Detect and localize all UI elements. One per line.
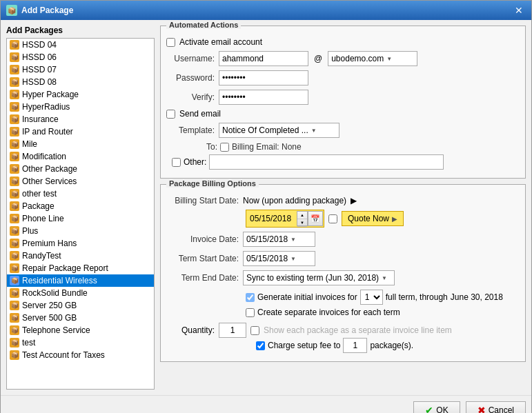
other-checkbox[interactable] — [172, 158, 181, 167]
list-item[interactable]: 📦Premium Hans — [7, 237, 154, 250]
quote-now-button[interactable]: Quote Now ▶ — [342, 211, 404, 226]
spin-up-icon[interactable]: ▲ — [297, 212, 307, 219]
list-item-label: Insurance — [22, 114, 59, 124]
list-item[interactable]: 📦IP and Router — [7, 125, 154, 138]
list-item-icon: 📦 — [10, 164, 19, 174]
quote-now-checkbox[interactable] — [328, 214, 337, 223]
term-start-dropdown[interactable]: 05/15/2018 ▼ — [243, 251, 315, 266]
template-dropdown-arrow: ▼ — [311, 128, 317, 134]
invoice-date-row: Invoice Date: 05/15/2018 ▼ — [166, 232, 520, 247]
packages-list-container: 📦HSSD 04📦HSSD 06📦HSSD 07📦HSSD 08📦Hyper P… — [6, 38, 155, 390]
charge-value-input[interactable] — [343, 338, 367, 353]
list-item[interactable]: 📦test — [7, 336, 154, 349]
ok-button[interactable]: ✔ OK — [413, 401, 460, 413]
at-symbol: @ — [314, 54, 322, 63]
verify-input[interactable] — [219, 90, 308, 105]
list-item[interactable]: 📦RockSolid Bundle — [7, 287, 154, 299]
list-item-icon: 📦 — [10, 239, 19, 248]
charge-suffix: package(s). — [370, 341, 413, 350]
list-item-label: Other Services — [22, 177, 77, 186]
billing-date-input[interactable] — [247, 211, 297, 226]
list-item[interactable]: 📦HyperRadius — [7, 101, 154, 113]
list-item-icon: 📦 — [10, 301, 19, 310]
billing-start-row: Billing Start Date: Now (upon adding pac… — [166, 196, 520, 205]
generate-full: full term, through — [386, 292, 448, 302]
packages-list-scroll[interactable]: 📦HSSD 04📦HSSD 06📦HSSD 07📦HSSD 08📦Hyper P… — [7, 39, 154, 389]
list-item-label: Telephone Service — [22, 325, 90, 335]
list-item-icon: 📦 — [10, 52, 19, 62]
term-end-row: Term End Date: Sync to existing term (Ju… — [166, 270, 520, 285]
list-item[interactable]: 📦Test Account for Taxes — [7, 349, 154, 361]
list-item-icon: 📦 — [10, 90, 19, 99]
list-item[interactable]: 📦Repair Package Report — [7, 262, 154, 274]
quote-arrow-icon: ▶ — [392, 215, 397, 223]
list-item[interactable]: 📦Server 500 GB — [7, 312, 154, 324]
list-item[interactable]: 📦Insurance — [7, 113, 154, 125]
list-item[interactable]: 📦Other Package — [7, 163, 154, 175]
automated-actions-section: Automated Actions Activate email account… — [160, 26, 526, 179]
list-item-icon: 📦 — [10, 226, 19, 236]
template-dropdown[interactable]: Notice Of Completed ... ▼ — [219, 123, 339, 138]
invoice-date-dropdown[interactable]: 05/15/2018 ▼ — [243, 232, 315, 247]
username-input[interactable] — [219, 51, 308, 66]
list-item[interactable]: 📦Phone Line — [7, 212, 154, 225]
list-item[interactable]: 📦RandyTest — [7, 250, 154, 262]
activate-email-checkbox[interactable] — [166, 38, 175, 47]
list-item[interactable]: 📦Package — [7, 200, 154, 212]
list-item[interactable]: 📦Plus — [7, 225, 154, 237]
list-item-icon: 📦 — [10, 177, 19, 186]
calendar-button[interactable]: 📅 — [308, 211, 323, 226]
password-input[interactable] — [219, 70, 308, 85]
list-item[interactable]: 📦Other Services — [7, 175, 154, 188]
activate-email-row: Activate email account — [166, 37, 520, 47]
list-item[interactable]: 📦Telephone Service — [7, 324, 154, 336]
quantity-input[interactable] — [219, 323, 246, 338]
domain-value: ubodemo.com — [331, 54, 384, 63]
other-label: Other: — [184, 157, 206, 167]
close-button[interactable]: ✕ — [512, 5, 526, 16]
date-spinner[interactable]: ▲ ▼ — [297, 211, 308, 226]
generate-checkbox[interactable] — [246, 293, 255, 302]
other-input[interactable] — [209, 154, 444, 170]
list-item-icon: 📦 — [10, 313, 19, 323]
term-start-label: Term Start Date: — [166, 254, 239, 263]
template-label: Template: — [166, 125, 215, 135]
list-item[interactable]: 📦HSSD 08 — [7, 76, 154, 88]
spin-down-icon[interactable]: ▼ — [297, 219, 307, 227]
invoice-date-label: Invoice Date: — [166, 234, 239, 244]
generate-count-select[interactable]: 123 — [360, 290, 383, 305]
send-email-label: Send email — [179, 109, 221, 119]
list-item[interactable]: 📦HSSD 07 — [7, 63, 154, 76]
list-item[interactable]: 📦Residential Wireless — [7, 274, 154, 287]
show-separate-checkbox[interactable] — [250, 326, 259, 335]
date-row: ▲ ▼ 📅 Quote Now ▶ — [246, 210, 520, 228]
list-item[interactable]: 📦Hyper Package — [7, 88, 154, 101]
charge-setup-checkbox[interactable] — [256, 341, 265, 350]
term-end-dropdown[interactable]: Sync to existing term (Jun 30, 2018) ▼ — [243, 270, 395, 285]
invoice-date-value: 05/15/2018 — [246, 234, 288, 244]
list-item-icon: 📦 — [10, 251, 19, 261]
window-title: Add Package — [21, 6, 73, 15]
list-item[interactable]: 📦other test — [7, 188, 154, 200]
list-item[interactable]: 📦HSSD 04 — [7, 39, 154, 51]
verify-label: Verify: — [166, 92, 215, 102]
list-item-label: other test — [22, 189, 57, 199]
list-item[interactable]: 📦Modification — [7, 150, 154, 163]
cancel-button[interactable]: ✖ Cancel — [466, 401, 526, 413]
list-item-icon: 📦 — [10, 288, 19, 298]
list-item-label: Hyper Package — [22, 90, 79, 99]
list-item-label: Phone Line — [22, 214, 64, 223]
list-item[interactable]: 📦Mile — [7, 138, 154, 150]
send-email-row: Send email — [166, 109, 520, 119]
list-item[interactable]: 📦Server 250 GB — [7, 299, 154, 312]
list-item-label: Server 500 GB — [22, 313, 77, 323]
verify-row: Verify: — [166, 90, 520, 105]
domain-dropdown[interactable]: ubodemo.com ▼ — [328, 51, 417, 66]
list-item-icon: 📦 — [10, 214, 19, 223]
billing-email-checkbox[interactable] — [220, 143, 229, 152]
list-item[interactable]: 📦HSSD 06 — [7, 51, 154, 63]
separate-invoices-checkbox[interactable] — [246, 308, 255, 317]
show-separate-label: Show each package as a separate invoice … — [264, 325, 452, 335]
send-email-checkbox[interactable] — [166, 110, 175, 119]
billing-start-arrow: ▶ — [351, 196, 357, 205]
